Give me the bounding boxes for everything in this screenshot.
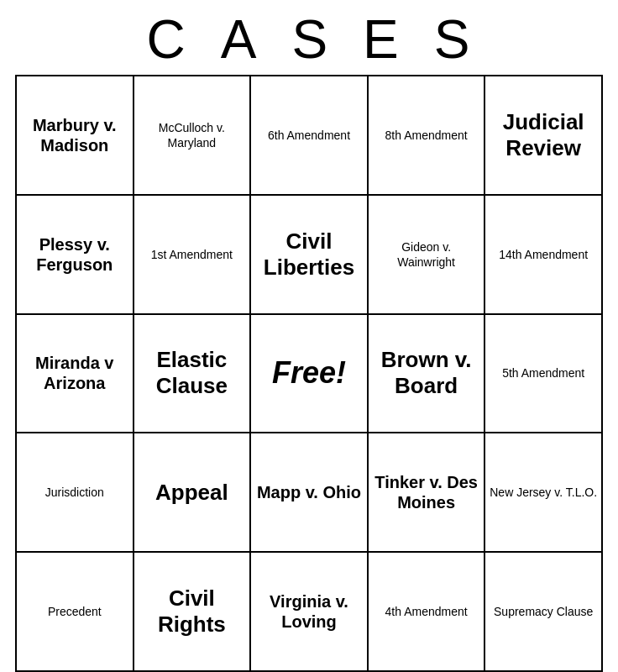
title-letter-a: A xyxy=(221,8,259,71)
table-cell: Precedent xyxy=(16,552,134,671)
table-cell: Supremacy Clause xyxy=(484,552,602,671)
table-cell: Civil Liberties xyxy=(250,195,368,314)
table-cell: Elastic Clause xyxy=(134,314,251,433)
table-cell: Gideon v. Wainwright xyxy=(368,195,484,314)
table-cell: Virginia v. Loving xyxy=(250,552,368,671)
table-cell: 5th Amendment xyxy=(484,314,602,433)
table-cell: 14th Amendment xyxy=(484,195,602,314)
table-row: Marbury v. MadisonMcCulloch v. Maryland6… xyxy=(16,76,602,195)
title-letter-c: C xyxy=(147,8,187,71)
title-row: C A S E S xyxy=(0,0,618,75)
table-cell: Mapp v. Ohio xyxy=(250,433,368,552)
table-cell: Judicial Review xyxy=(484,76,602,195)
table-row: Miranda v ArizonaElastic ClauseFree!Brow… xyxy=(16,314,602,433)
table-cell: 1st Amendment xyxy=(134,195,251,314)
table-cell: 8th Amendment xyxy=(368,76,484,195)
table-row: PrecedentCivil RightsVirginia v. Loving4… xyxy=(16,552,602,671)
table-cell: Brown v. Board xyxy=(368,314,484,433)
table-cell: Miranda v Arizona xyxy=(16,314,134,433)
bingo-grid: Marbury v. MadisonMcCulloch v. Maryland6… xyxy=(15,75,603,672)
table-cell: Civil Rights xyxy=(134,552,251,671)
table-cell: Plessy v. Ferguson xyxy=(16,195,134,314)
title-letter-s: S xyxy=(291,8,329,71)
table-cell: Tinker v. Des Moines xyxy=(368,433,484,552)
table-cell: Free! xyxy=(250,314,368,433)
table-cell: 4th Amendment xyxy=(368,552,484,671)
table-cell: Jurisdiction xyxy=(16,433,134,552)
title-letter-s2: S xyxy=(434,8,472,71)
table-row: Plessy v. Ferguson1st AmendmentCivil Lib… xyxy=(16,195,602,314)
table-cell: Appeal xyxy=(134,433,251,552)
table-cell: McCulloch v. Maryland xyxy=(134,76,251,195)
table-cell: 6th Amendment xyxy=(250,76,368,195)
table-cell: New Jersey v. T.L.O. xyxy=(484,433,602,552)
title-letter-e: E xyxy=(363,8,401,71)
table-cell: Marbury v. Madison xyxy=(16,76,134,195)
table-row: JurisdictionAppealMapp v. OhioTinker v. … xyxy=(16,433,602,552)
